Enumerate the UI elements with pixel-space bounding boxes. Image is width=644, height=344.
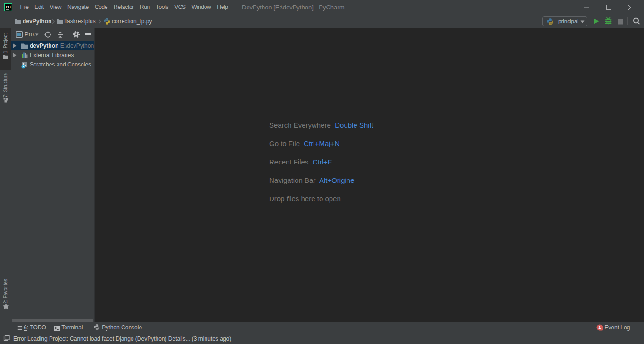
- svg-text:PC: PC: [6, 5, 11, 9]
- svg-text:1: 1: [598, 325, 601, 330]
